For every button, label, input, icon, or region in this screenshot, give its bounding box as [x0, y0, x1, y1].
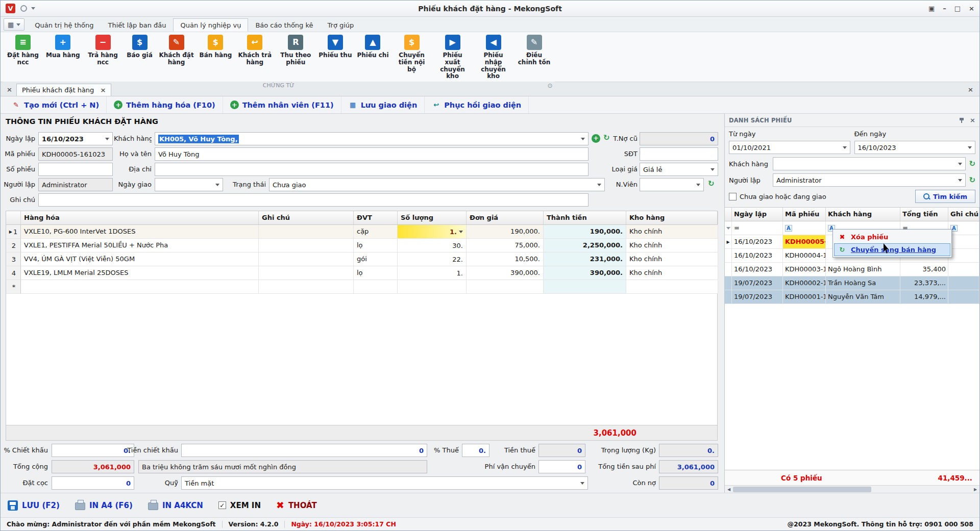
- action-bar-button[interactable]: + Thêm nhân viên (F11): [223, 96, 341, 113]
- menu-tab[interactable]: Trợ giúp: [321, 18, 361, 32]
- note-cell[interactable]: [259, 266, 354, 280]
- date-cell[interactable]: 19/07/2023: [732, 276, 783, 290]
- add-customer-icon[interactable]: +: [592, 134, 600, 143]
- search-button[interactable]: Tìm kiếm: [915, 190, 975, 203]
- column-dvt[interactable]: ĐVT: [354, 211, 398, 224]
- ribbon-button[interactable]: $ Báo giá: [124, 33, 156, 61]
- column-khach-hang[interactable]: Khách hàng: [826, 208, 900, 221]
- unit-cell[interactable]: lọ: [354, 266, 398, 280]
- chevron-down-icon[interactable]: [958, 163, 962, 167]
- ribbon-button[interactable]: ↩ Khách trả hàng: [234, 33, 275, 68]
- ribbon-button[interactable]: ◀ Phiếu nhập chuyển kho: [473, 33, 514, 82]
- customer-combo[interactable]: KH005, Võ Huy Tòng,: [155, 132, 589, 145]
- unit-cell[interactable]: [354, 280, 398, 294]
- customer-cell[interactable]: Nguyễn Văn Tám: [826, 290, 900, 304]
- horizontal-scrollbar[interactable]: ◀ ▶: [725, 485, 979, 493]
- print-a4-button[interactable]: IN A4 (F6): [75, 500, 133, 510]
- ribbon-button[interactable]: $ Bán hàng: [197, 33, 235, 61]
- ribbon-button[interactable]: ≡ Đặt hàng ncc: [3, 33, 43, 68]
- price-type-dropdown[interactable]: Giá lẻ: [640, 163, 718, 176]
- ribbon-button[interactable]: ▶ Phiếu xuất chuyển kho: [432, 33, 473, 82]
- scrollbar-track[interactable]: [733, 486, 971, 493]
- ribbon-button[interactable]: $ Chuyển tiền nội bộ: [391, 33, 432, 74]
- product-cell[interactable]: VXLE19, LMLM Merial 25DOSES: [21, 266, 259, 280]
- chevron-down-icon[interactable]: [31, 7, 35, 12]
- chevron-down-icon[interactable]: [958, 179, 962, 184]
- minimize-icon[interactable]: –: [943, 5, 946, 12]
- ribbon-button[interactable]: R Thu theo phiếu: [275, 33, 316, 68]
- discount-amount-field[interactable]: 0: [181, 444, 427, 457]
- row-header-cell[interactable]: *: [6, 280, 21, 294]
- date-created-field[interactable]: 16/10/2023: [38, 132, 113, 145]
- row-header-cell[interactable]: 4: [6, 266, 21, 280]
- column-ma-phieu[interactable]: Mã phiếu: [783, 208, 826, 221]
- discount-pct-field[interactable]: 0.: [52, 444, 134, 457]
- receipt-number-field[interactable]: [38, 163, 113, 176]
- status-dropdown[interactable]: Chưa giao: [269, 178, 605, 191]
- note-cell[interactable]: [259, 225, 354, 239]
- chevron-down-icon[interactable]: [696, 184, 700, 188]
- table-row[interactable]: *: [6, 280, 717, 294]
- ribbon-button[interactable]: ▲ Phiếu chi: [354, 33, 391, 61]
- total-cell[interactable]: 14,979,...: [900, 290, 948, 304]
- refresh-staff-icon[interactable]: ↻: [708, 180, 715, 188]
- menu-launcher-button[interactable]: ▦: [4, 18, 24, 31]
- quantity-cell[interactable]: 1.: [398, 225, 467, 239]
- column-tong-tien[interactable]: Tổng tiền: [900, 208, 948, 221]
- code-cell[interactable]: KDH00005-...: [783, 235, 826, 249]
- menu-tab[interactable]: Quản trị hệ thống: [28, 18, 101, 32]
- column-thanh-tien[interactable]: Thành tiền: [544, 211, 626, 224]
- scrollbar-thumb[interactable]: [733, 487, 871, 492]
- app-logo[interactable]: V: [6, 4, 15, 13]
- cash-fund-dropdown[interactable]: Tiền mặt: [181, 476, 588, 490]
- code-cell[interactable]: KDH00003-1...: [783, 263, 826, 276]
- column-so-luong[interactable]: Số lượng: [398, 211, 467, 224]
- product-cell[interactable]: VXLE10, PG-600 InterVet 1DOSES: [21, 225, 259, 239]
- table-row[interactable]: 4 VXLE19, LMLM Merial 25DOSES lọ 1. 390,…: [6, 266, 717, 280]
- group-launcher-icon[interactable]: ⊙: [547, 82, 552, 89]
- address-field[interactable]: [155, 163, 589, 176]
- unit-price-cell[interactable]: 10,500.: [467, 252, 544, 266]
- deposit-field[interactable]: 0: [52, 476, 134, 490]
- action-bar-button[interactable]: ▦ Lưu giao diện: [341, 96, 425, 113]
- warehouse-cell[interactable]: Kho chính: [626, 266, 718, 280]
- action-bar-button[interactable]: ✎ Tạo mới (Ctrl + N): [5, 96, 107, 113]
- creator-filter-dropdown[interactable]: Administrator: [773, 173, 966, 187]
- tax-pct-field[interactable]: 0.: [462, 444, 489, 457]
- note-field[interactable]: [38, 193, 589, 207]
- save-button[interactable]: LƯU (F2): [8, 500, 60, 511]
- action-bar-button[interactable]: ↩ Phục hồi giao diện: [425, 96, 529, 113]
- full-name-field[interactable]: Võ Huy Tòng: [155, 147, 589, 161]
- unit-price-cell[interactable]: 75,000.: [467, 239, 544, 252]
- column-don-gia[interactable]: Đơn giá: [467, 211, 544, 224]
- staff-dropdown[interactable]: [640, 178, 704, 191]
- total-cell[interactable]: 35,400: [900, 263, 948, 276]
- chevron-down-icon[interactable]: [710, 168, 715, 173]
- filter-cell[interactable]: A: [783, 221, 826, 235]
- note-cell[interactable]: [948, 263, 979, 276]
- warehouse-cell[interactable]: Kho chính: [626, 225, 718, 239]
- preview-print-checkbox[interactable]: ✓ XEM IN: [218, 501, 261, 510]
- code-cell[interactable]: KDH00004-1...: [783, 249, 826, 263]
- column-hang-hoa[interactable]: Hàng hóa: [21, 211, 259, 224]
- unit-cell[interactable]: cặp: [354, 225, 398, 239]
- quantity-cell[interactable]: 1.: [398, 266, 467, 280]
- date-cell[interactable]: 16/10/2023: [732, 235, 783, 249]
- pin-icon[interactable]: [959, 117, 965, 123]
- tabstrip-close-icon[interactable]: ×: [968, 86, 973, 93]
- to-date-dropdown[interactable]: 16/10/2023: [854, 141, 976, 154]
- phone-field[interactable]: [640, 147, 718, 161]
- note-cell[interactable]: [948, 249, 979, 263]
- undelivered-checkbox[interactable]: [729, 193, 737, 200]
- scroll-right-icon[interactable]: ▶: [971, 487, 979, 492]
- row-header-cell[interactable]: 2: [6, 239, 21, 252]
- refresh-customer-filter-icon[interactable]: ↻: [969, 160, 975, 168]
- note-cell[interactable]: [948, 290, 979, 304]
- chevron-down-icon[interactable]: [843, 146, 847, 151]
- print-a4kcn-button[interactable]: IN A4KCN: [148, 500, 203, 510]
- maximize-icon[interactable]: □: [954, 5, 961, 12]
- total-cell[interactable]: 23,373,...: [900, 276, 948, 290]
- list-item[interactable]: 19/07/2023 KDH00001-1... Nguyễn Văn Tám …: [725, 290, 979, 304]
- fit-window-icon[interactable]: ▣: [928, 5, 935, 12]
- column-ngay-lap[interactable]: Ngày lập: [732, 208, 783, 221]
